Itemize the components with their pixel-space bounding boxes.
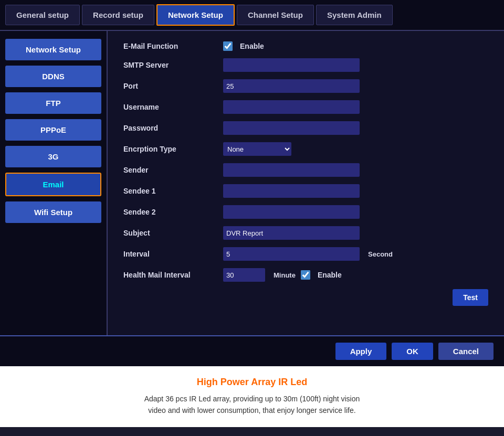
ok-button[interactable]: OK [392, 343, 433, 360]
tab-general[interactable]: General setup [5, 5, 80, 25]
password-label: Password [123, 124, 218, 132]
email-enable-checkbox[interactable] [223, 41, 233, 51]
interval-label: Interval [123, 250, 218, 258]
main-content: Network Setup DDNS FTP PPPoE 3G Email Wi… [0, 31, 504, 335]
email-function-row: E-Mail Function Enable [123, 41, 488, 51]
sendee2-label: Sendee 2 [123, 208, 218, 216]
tab-network[interactable]: Network Setup [156, 4, 235, 26]
smtp-server-label: SMTP Server [123, 61, 218, 69]
interval-unit-label: Second [368, 250, 393, 258]
health-mail-label: Health Mail Interval [123, 271, 218, 279]
sidebar-item-3g[interactable]: 3G [5, 146, 101, 167]
port-row: Port [123, 79, 488, 93]
username-label: Username [123, 103, 218, 111]
username-row: Username [123, 100, 488, 114]
info-text: Adapt 36 pcs IR Led array, providing up … [16, 393, 488, 417]
info-title: High Power Array IR Led [16, 377, 488, 388]
sidebar-item-pppoe[interactable]: PPPoE [5, 119, 101, 141]
tab-record[interactable]: Record setup [82, 5, 154, 25]
sendee2-input[interactable] [223, 205, 360, 219]
sendee1-row: Sendee 1 [123, 184, 488, 198]
subject-label: Subject [123, 229, 218, 237]
cancel-button[interactable]: Cancel [438, 343, 494, 360]
tab-channel[interactable]: Channel Setup [237, 5, 314, 25]
health-mail-enable-checkbox[interactable] [301, 270, 310, 280]
sidebar-item-network-setup[interactable]: Network Setup [5, 39, 101, 60]
smtp-server-input[interactable] [223, 58, 360, 72]
interval-input[interactable] [223, 247, 360, 261]
sidebar-item-ftp[interactable]: FTP [5, 92, 101, 114]
sidebar-item-email[interactable]: Email [5, 173, 101, 196]
apply-button[interactable]: Apply [335, 343, 387, 360]
sender-label: Sender [123, 166, 218, 174]
info-section: High Power Array IR Led Adapt 36 pcs IR … [0, 366, 504, 427]
smtp-server-row: SMTP Server [123, 58, 488, 72]
subject-input[interactable] [223, 226, 360, 240]
interval-row: Interval Second [123, 247, 488, 261]
encryption-select[interactable]: None SSL TLS [223, 142, 291, 156]
sidebar-item-ddns[interactable]: DDNS [5, 66, 101, 87]
subject-row: Subject [123, 226, 488, 240]
port-input[interactable] [223, 79, 360, 93]
sendee1-label: Sendee 1 [123, 187, 218, 195]
action-bar: Apply OK Cancel [0, 335, 504, 366]
sendee1-input[interactable] [223, 184, 360, 198]
health-mail-unit-label: Minute [274, 271, 296, 279]
form-rows: E-Mail Function Enable SMTP Server Port … [123, 41, 488, 306]
sender-row: Sender [123, 163, 488, 177]
encryption-row: Encrption Type None SSL TLS [123, 142, 488, 156]
sender-input[interactable] [223, 163, 360, 177]
health-mail-row: Health Mail Interval Minute Enable [123, 268, 488, 282]
health-mail-input[interactable] [223, 268, 265, 282]
tab-system[interactable]: System Admin [316, 5, 393, 25]
test-button[interactable]: Test [453, 289, 488, 306]
encryption-label: Encrption Type [123, 145, 218, 153]
username-input[interactable] [223, 100, 360, 114]
password-input[interactable] [223, 121, 360, 135]
top-navigation: General setup Record setup Network Setup… [0, 0, 504, 31]
password-row: Password [123, 121, 488, 135]
health-mail-enable-label: Enable [318, 271, 342, 279]
email-settings-form: E-Mail Function Enable SMTP Server Port … [108, 31, 504, 335]
sendee2-row: Sendee 2 [123, 205, 488, 219]
port-label: Port [123, 82, 218, 90]
sidebar-item-wifi[interactable]: Wifi Setup [5, 201, 101, 223]
email-function-label: E-Mail Function [123, 42, 218, 50]
test-row: Test [123, 289, 488, 306]
email-enable-label: Enable [240, 42, 264, 50]
sidebar: Network Setup DDNS FTP PPPoE 3G Email Wi… [0, 31, 108, 335]
